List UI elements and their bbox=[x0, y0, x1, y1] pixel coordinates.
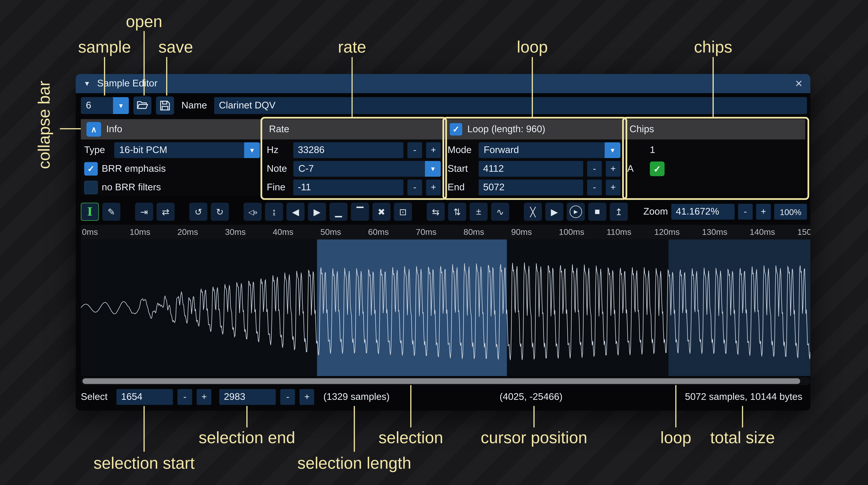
apply-filter-button[interactable]: ∿ bbox=[491, 203, 509, 221]
crossfade-loop-button[interactable]: ╳ bbox=[524, 203, 542, 221]
apply-silence-icon: ▔ bbox=[356, 206, 363, 217]
fade-in-button[interactable]: ◀ bbox=[286, 203, 305, 221]
resize-button[interactable]: ⇥ bbox=[135, 203, 153, 221]
brr-emphasis-checkbox[interactable]: ✓ bbox=[84, 162, 98, 175]
sample-selector[interactable]: 6 ▼ bbox=[81, 97, 129, 114]
ruler-tick-label: 80ms bbox=[464, 227, 484, 236]
loop-start-field[interactable]: 4112 bbox=[478, 161, 583, 177]
invert-button[interactable]: ⇅ bbox=[448, 203, 466, 221]
sample-toolbar: I ✎ ⇥ ⇄ ↺ ↻ ◁» ↨ ◀ ▶ ▁ ▔ ✖ ⊡ ⇆ ⇅ ± ∿ ╳ ▶… bbox=[81, 201, 807, 222]
fine-field[interactable]: -11 bbox=[293, 180, 403, 195]
check-icon: ✓ bbox=[453, 124, 460, 134]
trim-button[interactable]: ⊡ bbox=[394, 203, 412, 221]
hz-field[interactable]: 33286 bbox=[293, 142, 403, 158]
zoom-field[interactable]: 41.1672% bbox=[671, 204, 735, 220]
chips-header: Chips bbox=[624, 119, 805, 139]
loop-end-plus-button[interactable]: + bbox=[606, 180, 620, 195]
brr-emphasis-label: BRR emphasis bbox=[102, 163, 166, 174]
draw-button[interactable]: ✎ bbox=[102, 203, 120, 221]
fade-in-icon: ◀ bbox=[292, 206, 299, 217]
waveform-display[interactable] bbox=[81, 239, 810, 376]
name-input[interactable] bbox=[214, 97, 807, 114]
zoom-in-button[interactable]: + bbox=[756, 204, 771, 220]
loop-start-plus-button[interactable]: + bbox=[606, 161, 620, 177]
preview-button[interactable]: ▶ bbox=[545, 203, 563, 221]
annotation-line-selection-length bbox=[354, 406, 355, 452]
check-icon: ✓ bbox=[653, 163, 661, 174]
note-select[interactable]: C-7 ▼ bbox=[293, 161, 441, 177]
save-button[interactable] bbox=[156, 97, 174, 115]
sign-invert-button[interactable]: ± bbox=[470, 203, 488, 221]
annotation-line-loop-top bbox=[532, 57, 533, 118]
annotation-line-open bbox=[144, 31, 145, 95]
selection-start-minus-button[interactable]: - bbox=[178, 389, 192, 405]
loop-end-minus-button[interactable]: - bbox=[587, 180, 602, 195]
chevron-down-icon[interactable]: ▼ bbox=[244, 142, 260, 158]
loop-mode-select[interactable]: Forward ▼ bbox=[478, 142, 620, 158]
zoom-reset-button[interactable]: 100% bbox=[774, 204, 807, 220]
window-collapse-icon[interactable]: ▼ bbox=[84, 79, 90, 88]
loop-mode-value: Forward bbox=[478, 142, 604, 158]
ruler-tick-label: 20ms bbox=[177, 227, 198, 236]
annotation-selection: selection bbox=[378, 429, 443, 447]
chevron-down-icon[interactable]: ▼ bbox=[113, 97, 129, 114]
play-icon: ▶ bbox=[551, 206, 558, 217]
annotation-line-selection bbox=[410, 385, 411, 427]
annotation-chips: chips bbox=[694, 38, 732, 56]
ruler-tick-label: 110ms bbox=[607, 227, 631, 236]
close-icon[interactable]: × bbox=[795, 77, 802, 90]
annotation-selection-length: selection length bbox=[298, 454, 411, 473]
loop-end-field[interactable]: 5072 bbox=[478, 180, 583, 195]
type-select-value: 16-bit PCM bbox=[114, 142, 244, 158]
selection-end-field[interactable]: 2983 bbox=[219, 389, 276, 405]
preview-selection-button[interactable]: ▶ bbox=[567, 203, 585, 221]
scrollbar-thumb[interactable] bbox=[83, 378, 800, 384]
type-select[interactable]: 16-bit PCM ▼ bbox=[114, 142, 260, 158]
reverse-button[interactable]: ⇆ bbox=[427, 203, 445, 221]
chip-enable-checkbox[interactable]: ✓ bbox=[650, 161, 664, 176]
hz-minus-button[interactable]: - bbox=[407, 142, 422, 158]
resample-button[interactable]: ⇄ bbox=[157, 203, 175, 221]
zoom-out-button[interactable]: - bbox=[738, 204, 753, 220]
rate-header: Rate bbox=[264, 119, 444, 139]
annotation-selection-end: selection end bbox=[198, 429, 295, 447]
fine-plus-button[interactable]: + bbox=[426, 180, 441, 195]
type-label: Type bbox=[84, 144, 110, 156]
waveform-scrollbar[interactable] bbox=[81, 377, 810, 385]
undo-icon: ↺ bbox=[195, 206, 202, 217]
stop-button[interactable]: ■ bbox=[588, 203, 607, 221]
check-icon: ✓ bbox=[88, 164, 95, 174]
loop-panel: ✓ Loop (length: 960) Mode Forward ▼ Star… bbox=[444, 119, 624, 196]
titlebar[interactable]: ▼ Sample Editor × bbox=[76, 74, 810, 93]
selection-start-field[interactable]: 1654 bbox=[117, 389, 173, 405]
open-button[interactable] bbox=[133, 97, 151, 115]
apply-silence-button[interactable]: ▔ bbox=[351, 203, 369, 221]
loop-start-minus-button[interactable]: - bbox=[587, 161, 602, 177]
selection-end-minus-button[interactable]: - bbox=[280, 389, 295, 405]
undo-button[interactable]: ↺ bbox=[189, 203, 207, 221]
amplify-button[interactable]: ◁» bbox=[244, 203, 261, 221]
insert-silence-button[interactable]: ▁ bbox=[330, 203, 347, 221]
chip-number: 1 bbox=[650, 144, 655, 156]
fine-minus-button[interactable]: - bbox=[407, 180, 422, 195]
chevron-down-icon[interactable]: ▼ bbox=[425, 161, 441, 177]
loop-enable-checkbox[interactable]: ✓ bbox=[450, 123, 462, 136]
sample-selector-value: 6 bbox=[81, 97, 113, 114]
fade-out-icon: ▶ bbox=[313, 206, 320, 217]
loop-header-label: Loop (length: 960) bbox=[467, 124, 545, 135]
delete-button[interactable]: ✖ bbox=[372, 203, 391, 221]
chevron-down-icon[interactable]: ▼ bbox=[604, 142, 620, 158]
normalize-button[interactable]: ↨ bbox=[265, 203, 283, 221]
import-button[interactable]: ↥ bbox=[610, 203, 628, 221]
edit-mode-button[interactable]: I bbox=[81, 203, 99, 221]
no-brr-filters-checkbox[interactable] bbox=[84, 181, 98, 194]
insert-silence-icon: ▁ bbox=[335, 206, 342, 217]
chevron-up-icon: ∧ bbox=[91, 125, 97, 134]
fade-out-button[interactable]: ▶ bbox=[308, 203, 326, 221]
selection-length-text: (1329 samples) bbox=[323, 391, 390, 402]
collapse-bar-button[interactable]: ∧ bbox=[87, 122, 101, 137]
hz-plus-button[interactable]: + bbox=[426, 142, 441, 158]
selection-end-plus-button[interactable]: + bbox=[300, 389, 314, 405]
selection-start-plus-button[interactable]: + bbox=[197, 389, 212, 405]
redo-button[interactable]: ↻ bbox=[211, 203, 229, 221]
